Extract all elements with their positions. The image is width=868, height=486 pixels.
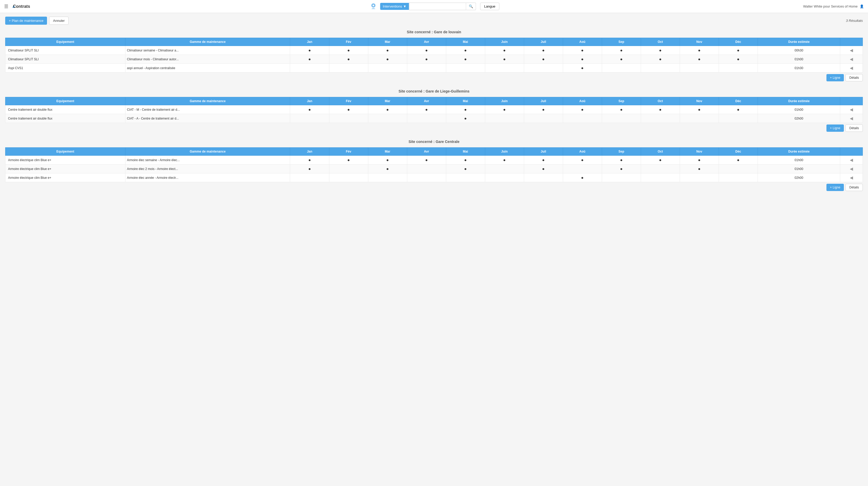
row-arrow-icon[interactable]: ◀ [850,167,853,171]
col-header-month-5: Juin [485,148,524,156]
month-dot: ● [581,158,584,162]
details-button[interactable]: Détails [845,74,863,81]
cell-action[interactable]: ◀ [840,173,863,182]
cell-month-0: ● [290,105,329,114]
site-section-0: Site concerné : Gare de louvainEquipemen… [5,28,863,81]
header: ☰ ▲ Contrats Interventions ▼ 🔍 Langue Wa… [0,0,868,13]
details-button[interactable]: Détails [845,184,863,191]
cell-month-10: ● [680,55,719,64]
cell-month-1 [329,165,368,173]
cell-month-1: ● [329,105,368,114]
cell-gamme: Armoire élec 2 mois - Armoire élect... [125,165,290,173]
col-header-month-1: Fév [329,148,368,156]
month-dot: ● [620,167,623,171]
cell-equipement: Armoire électrique clim Blue e+ [5,156,125,165]
cell-month-5 [485,114,524,123]
col-header-month-0: Jan [290,148,329,156]
search-button[interactable]: 🔍 [466,3,476,10]
table-footer-1: + LigneDétails [5,124,863,132]
month-dot: ● [308,57,311,61]
cell-month-0: ● [290,55,329,64]
cell-action[interactable]: ◀ [840,165,863,173]
month-dot: ● [386,158,389,162]
month-dot: ● [698,107,701,112]
month-dot: ● [347,107,350,112]
cell-month-3: ● [407,156,446,165]
col-header-month-1: Fév [329,38,368,46]
cell-month-2: ● [368,165,407,173]
cell-action[interactable]: ◀ [840,46,863,55]
cell-month-9 [641,64,680,73]
month-dot: ● [464,57,467,61]
table-row: Centre traitement air double fluxCIAT - … [5,105,863,114]
col-header-month-4: Mai [446,148,485,156]
cell-action[interactable]: ◀ [840,156,863,165]
cell-month-1: ● [329,46,368,55]
cell-month-2: ● [368,46,407,55]
cell-action[interactable]: ◀ [840,105,863,114]
cell-month-5: ● [485,46,524,55]
col-header-gamme: Gamme de maintenance [125,97,290,105]
plan-maintenance-button[interactable]: + Plan de maintenance [5,17,47,25]
month-dot: ● [347,48,350,53]
cell-duree: 02h00 [757,114,840,123]
row-arrow-icon[interactable]: ◀ [850,107,853,112]
col-header-month-7: Aoû [563,148,602,156]
menu-icon[interactable]: ☰ [4,4,8,9]
cell-month-8: ● [602,165,641,173]
annuler-button[interactable]: Annuler [49,17,68,25]
add-row-button[interactable]: + Ligne [827,184,844,191]
col-header-gamme: Gamme de maintenance [125,38,290,46]
cell-equipement: Climatiseur SPLIT SLI [5,55,125,64]
details-button[interactable]: Détails [845,124,863,132]
row-arrow-icon[interactable]: ◀ [850,175,853,180]
cell-month-5 [485,165,524,173]
cell-action[interactable]: ◀ [840,64,863,73]
row-arrow-icon[interactable]: ◀ [850,48,853,53]
month-dot: ● [581,66,584,70]
results-count: 3 Résultats [846,19,863,23]
month-dot: ● [698,158,701,162]
cell-month-7: ● [563,173,602,182]
add-row-button[interactable]: + Ligne [827,74,844,81]
cell-gamme: Climatiseur semaine - Climatiseur a... [125,46,290,55]
month-dot: ● [737,107,739,112]
cell-month-6 [524,114,563,123]
cell-month-5: ● [485,105,524,114]
month-dot: ● [620,48,623,53]
col-header-month-8: Sep [602,148,641,156]
row-arrow-icon[interactable]: ◀ [850,158,853,162]
month-dot: ● [581,48,584,53]
cell-month-9 [641,165,680,173]
row-arrow-icon[interactable]: ◀ [850,116,853,121]
cell-month-3 [407,114,446,123]
cell-month-8: ● [602,55,641,64]
langue-button[interactable]: Langue [480,3,499,10]
cell-month-10: ● [680,165,719,173]
site-title-1: Site concerné : Gare de Liege-Guillemins [5,88,863,95]
month-dot: ● [698,167,701,171]
month-dot: ● [737,57,739,61]
month-dot: ● [659,57,661,61]
add-row-button[interactable]: + Ligne [827,124,844,132]
cell-month-0: ● [290,156,329,165]
col-header-month-2: Mar [368,97,407,105]
cell-action[interactable]: ◀ [840,55,863,64]
cell-action[interactable]: ◀ [840,114,863,123]
cell-duree: 01h00 [757,156,840,165]
cell-gamme: Armoire élec année - Armoire électr... [125,173,290,182]
col-header-duree: Durée estimée [757,148,840,156]
cell-month-4: ● [446,46,485,55]
cell-month-2 [368,114,407,123]
row-arrow-icon[interactable]: ◀ [850,66,853,70]
cell-gamme: aspi annuel - Aspiration centralisée [125,64,290,73]
toolbar: + Plan de maintenance Annuler 3 Résultat… [0,13,868,28]
search-filter-dropdown[interactable]: Interventions ▼ [380,3,409,10]
maint-table-2: EquipementGamme de maintenanceJanFévMarA… [5,147,863,182]
search-input[interactable] [409,3,466,10]
cell-equipement: Centre traitement air double flux [5,105,125,114]
cell-equipement: Centre traitement air double flux [5,114,125,123]
month-dot: ● [347,158,350,162]
cell-month-10: ● [680,156,719,165]
row-arrow-icon[interactable]: ◀ [850,57,853,61]
